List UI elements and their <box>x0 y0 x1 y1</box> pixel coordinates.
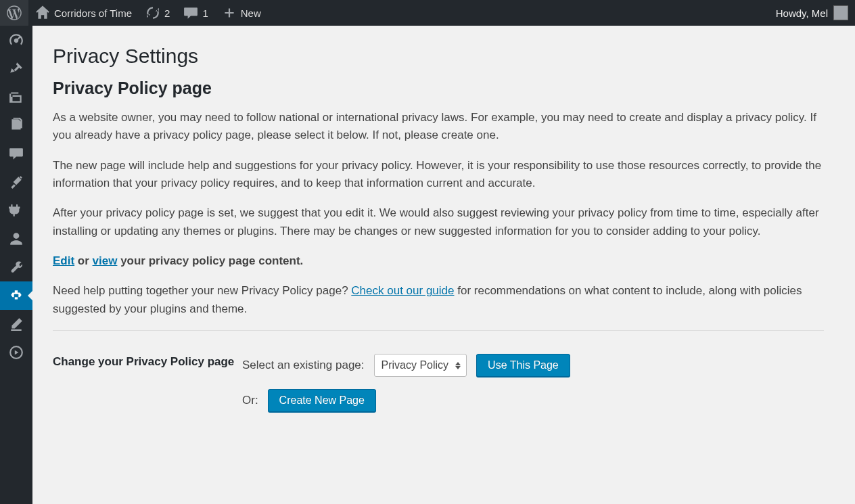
wordpress-logo[interactable] <box>0 0 28 26</box>
site-name: Corridors of Time <box>54 7 132 19</box>
page-select-value: Privacy Policy <box>382 359 449 371</box>
menu-comments[interactable] <box>0 139 32 168</box>
page-select[interactable]: Privacy Policy <box>374 354 467 377</box>
select-caret-icon <box>455 362 461 369</box>
intro-paragraph-1: As a website owner, you may need to foll… <box>53 109 824 145</box>
site-name-link[interactable]: Corridors of Time <box>28 0 139 26</box>
or-label: Or: <box>242 394 258 407</box>
divider <box>53 330 824 331</box>
menu-custom-2[interactable] <box>0 338 32 367</box>
select-row: Select an existing page: Privacy Policy … <box>242 354 824 377</box>
change-policy-label: Change your Privacy Policy page <box>53 347 242 419</box>
intro-paragraph-2: The new page will include help and sugge… <box>53 157 824 193</box>
updates-link[interactable]: 2 <box>139 0 177 26</box>
admin-menu <box>0 26 32 504</box>
page-title: Privacy Settings <box>53 45 824 68</box>
edit-link[interactable]: Edit <box>53 254 74 267</box>
wordpress-icon <box>7 5 22 20</box>
admin-bar-right[interactable]: Howdy, Mel <box>776 5 855 20</box>
menu-appearance[interactable] <box>0 168 32 196</box>
section-title: Privacy Policy page <box>53 78 824 98</box>
select-existing-label: Select an existing page: <box>242 359 365 372</box>
menu-dashboard[interactable] <box>0 26 32 54</box>
menu-pages[interactable] <box>0 111 32 139</box>
menu-tools[interactable] <box>0 253 32 281</box>
create-new-page-button[interactable]: Create New Page <box>268 389 376 412</box>
menu-posts[interactable] <box>0 54 32 83</box>
edit-view-line: Edit or view your privacy policy page co… <box>53 252 824 270</box>
comments-link[interactable]: 1 <box>177 0 214 26</box>
intro-paragraph-3: After your privacy policy page is set, w… <box>53 204 824 240</box>
guide-link[interactable]: Check out our guide <box>351 284 454 297</box>
updates-count: 2 <box>164 7 170 19</box>
menu-users[interactable] <box>0 225 32 253</box>
view-link[interactable]: view <box>93 254 118 267</box>
main-content: Privacy Settings Privacy Policy page As … <box>32 26 844 439</box>
home-icon <box>35 5 50 20</box>
new-content-link[interactable]: New <box>215 0 268 26</box>
plus-icon <box>222 5 237 20</box>
howdy-text: Howdy, Mel <box>776 7 828 19</box>
menu-media[interactable] <box>0 83 32 111</box>
use-this-page-button[interactable]: Use This Page <box>476 354 570 377</box>
comment-icon <box>183 5 198 20</box>
guide-line: Need help putting together your new Priv… <box>53 282 824 318</box>
comments-count: 1 <box>202 7 208 19</box>
avatar <box>833 5 848 20</box>
menu-settings[interactable] <box>0 281 32 310</box>
menu-custom-1[interactable] <box>0 310 32 338</box>
admin-bar-left: Corridors of Time 2 1 New <box>0 0 268 26</box>
admin-bar: Corridors of Time 2 1 New Howdy, Mel <box>0 0 855 26</box>
menu-plugins[interactable] <box>0 196 32 225</box>
new-label: New <box>241 7 261 19</box>
form-table: Change your Privacy Policy page Select a… <box>53 347 824 419</box>
or-row: Or: Create New Page <box>242 389 824 412</box>
update-icon <box>145 5 160 20</box>
